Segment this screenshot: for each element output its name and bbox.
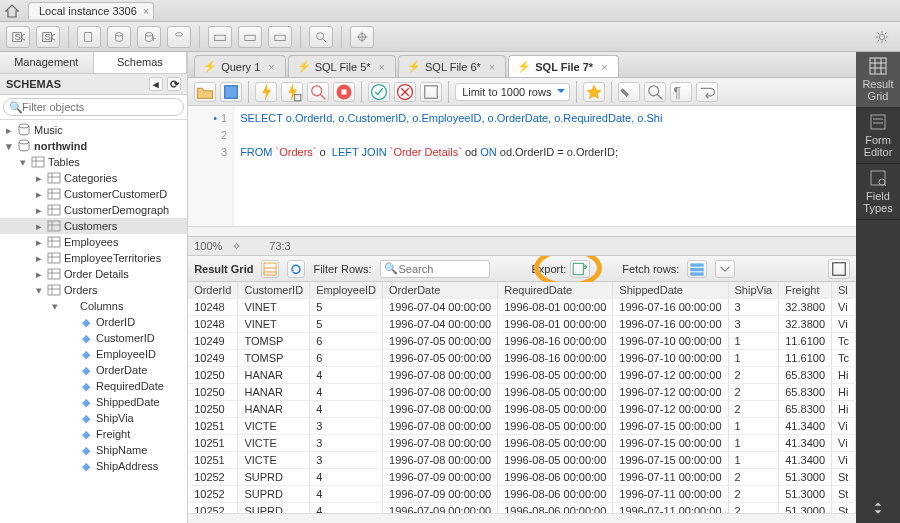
table-row[interactable]: 10248VINET51996-07-04 00:00:001996-08-01… [188,299,855,316]
tree-column-customerid[interactable]: ◆CustomerID [0,330,187,346]
commit-button[interactable] [368,82,390,102]
zoom-level[interactable]: 100% [194,240,222,252]
tree-table-categories[interactable]: ▸Categories [0,170,187,186]
execute-button[interactable] [255,82,277,102]
close-icon[interactable]: × [489,61,495,73]
column-header[interactable]: ShipVia [728,282,779,299]
table-row[interactable]: 10251VICTE31996-07-08 00:00:001996-08-05… [188,435,855,452]
toolbar-search-button[interactable] [309,26,333,48]
code-body[interactable]: SELECT o.OrderId, o.CustomerID, o.Employ… [234,106,856,226]
table-row[interactable]: 10250HANAR41996-07-08 00:00:001996-08-05… [188,367,855,384]
tree-table-customerdemograph[interactable]: ▸CustomerDemograph [0,202,187,218]
table-row[interactable]: 10252SUPRD41996-07-09 00:00:001996-08-06… [188,503,855,514]
tree-column-shipaddress[interactable]: ◆ShipAddress [0,458,187,474]
wrap-button[interactable] [696,82,718,102]
toolbar-btn-c[interactable]: + [137,26,161,48]
beautify-button[interactable] [618,82,640,102]
toggle-invisible-button[interactable]: ¶ [670,82,692,102]
close-icon[interactable]: × [143,6,149,17]
sql-tab[interactable]: ⚡SQL File 6*× [398,55,506,77]
panel-form-editor[interactable]: Form Editor [856,108,900,164]
sql-tab[interactable]: ⚡SQL File 5*× [288,55,396,77]
tree-db-other[interactable]: ▸Music [0,122,187,138]
tree-tables[interactable]: ▾Tables [0,154,187,170]
table-row[interactable]: 10249TOMSP61996-07-05 00:00:001996-08-16… [188,350,855,367]
table-row[interactable]: 10250HANAR41996-07-08 00:00:001996-08-05… [188,401,855,418]
tree-table-customers[interactable]: ▸Customers [0,218,187,234]
column-header[interactable]: OrderDate [383,282,498,299]
table-row[interactable]: 10248VINET51996-07-04 00:00:001996-08-01… [188,316,855,333]
tree-columns[interactable]: ▾Columns [0,298,187,314]
tree-column-shippeddate[interactable]: ◆ShippedDate [0,394,187,410]
toolbar-btn-e[interactable] [208,26,232,48]
tree-table-employeeterritories[interactable]: ▸EmployeeTerritories [0,250,187,266]
new-sql-tab-button[interactable]: SQL [6,26,30,48]
explain-button[interactable] [307,82,329,102]
column-header[interactable]: Freight [779,282,832,299]
column-header[interactable]: CustomerID [238,282,310,299]
tree-table-customercustomerd[interactable]: ▸CustomerCustomerD [0,186,187,202]
result-grid[interactable]: OrderIdCustomerIDEmployeeIDOrderDateRequ… [188,282,856,513]
column-header[interactable]: RequiredDate [498,282,613,299]
table-row[interactable]: 10249TOMSP61996-07-05 00:00:001996-08-16… [188,333,855,350]
open-file-button[interactable] [194,82,216,102]
toolbar-btn-g[interactable] [268,26,292,48]
editor-scrollbar[interactable] [188,226,856,236]
tree-column-employeeid[interactable]: ◆EmployeeID [0,346,187,362]
table-row[interactable]: 10252SUPRD41996-07-09 00:00:001996-08-06… [188,469,855,486]
result-scrollbar[interactable] [188,513,856,523]
schema-tree[interactable]: ▸Music▾northwind▾Tables▸Categories▸Custo… [0,120,187,523]
table-row[interactable]: 10252SUPRD41996-07-09 00:00:001996-08-06… [188,486,855,503]
toolbar-debug-button[interactable] [350,26,374,48]
tree-db-northwind[interactable]: ▾northwind [0,138,187,154]
table-row[interactable]: 10251VICTE31996-07-08 00:00:001996-08-05… [188,452,855,469]
sql-tab[interactable]: ⚡SQL File 7*× [508,55,618,77]
toolbar-btn-d[interactable] [167,26,191,48]
sidebar-tab-schemas[interactable]: Schemas [94,52,188,73]
toolbar-btn-b[interactable] [107,26,131,48]
column-header[interactable]: Sl [832,282,856,299]
sidebar-tab-management[interactable]: Management [0,52,94,73]
stop-button[interactable] [333,82,355,102]
save-button[interactable] [220,82,242,102]
refresh-icon[interactable]: ⟳ [167,77,181,91]
toolbar-btn-f[interactable] [238,26,262,48]
row-limit-select[interactable]: Limit to 1000 rows [455,83,570,101]
autocommit-button[interactable] [420,82,442,102]
toolbar-btn-a[interactable] [77,26,101,48]
settings-icon[interactable] [870,26,894,48]
tree-column-shipname[interactable]: ◆ShipName [0,442,187,458]
column-header[interactable]: ShippedDate [613,282,728,299]
filter-objects-input[interactable] [3,98,184,116]
sql-editor[interactable]: 123 SELECT o.OrderId, o.CustomerID, o.Em… [188,106,856,226]
panel-result-grid[interactable]: Result Grid [856,52,900,108]
find-button[interactable] [644,82,666,102]
close-icon[interactable]: × [268,61,274,73]
open-sql-button[interactable]: SQL [36,26,60,48]
panel-field-types[interactable]: Field Types [856,164,900,220]
connection-tab[interactable]: Local instance 3306 × [28,2,154,19]
tree-table-order details[interactable]: ▸Order Details [0,266,187,282]
fetch-more-button[interactable] [715,260,735,278]
tree-column-orderdate[interactable]: ◆OrderDate [0,362,187,378]
execute-current-button[interactable] [281,82,303,102]
refresh-results-icon[interactable] [287,260,305,278]
export-button[interactable] [570,260,590,278]
collapse-icon[interactable]: ◂ [149,77,163,91]
fetch-rows-button[interactable] [687,260,707,278]
close-icon[interactable]: × [379,61,385,73]
home-icon[interactable] [4,3,20,19]
tree-column-orderid[interactable]: ◆OrderID [0,314,187,330]
column-header[interactable]: EmployeeID [310,282,383,299]
column-header[interactable]: OrderId [188,282,238,299]
pin-panel-button[interactable] [828,259,850,279]
panel-expand-icon[interactable] [856,493,900,523]
tree-column-requireddate[interactable]: ◆RequiredDate [0,378,187,394]
close-icon[interactable]: × [601,61,607,73]
tree-column-shipvia[interactable]: ◆ShipVia [0,410,187,426]
sql-tab[interactable]: ⚡Query 1× [194,55,286,77]
tree-table-orders[interactable]: ▾Orders [0,282,187,298]
tree-table-employees[interactable]: ▸Employees [0,234,187,250]
tree-column-freight[interactable]: ◆Freight [0,426,187,442]
grid-view-icon[interactable] [261,260,279,278]
